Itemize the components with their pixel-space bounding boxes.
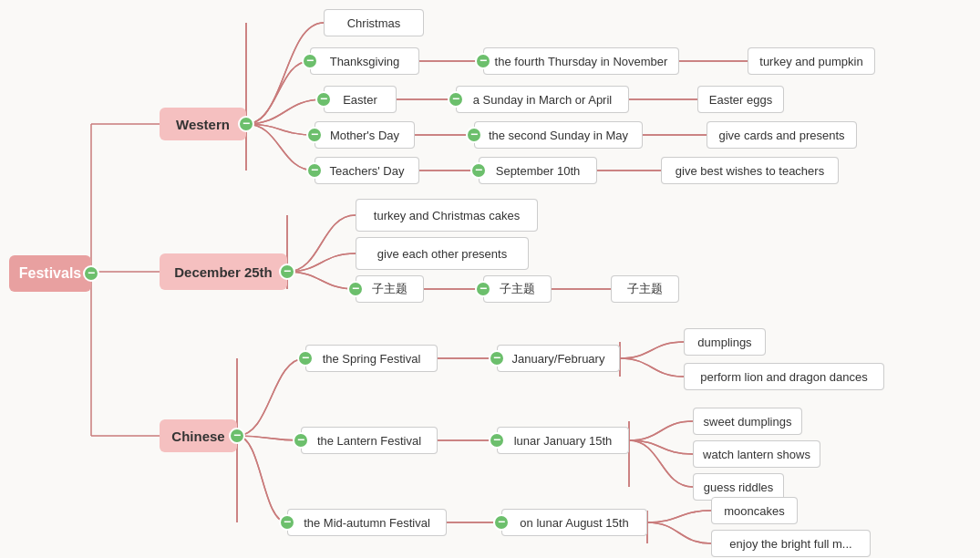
node-spring-date[interactable]: January/February <box>497 345 620 372</box>
node-dec25-custom[interactable]: give each other presents <box>356 237 529 270</box>
node-chinese[interactable]: Chinese <box>160 419 237 452</box>
node-western[interactable]: Western <box>160 108 246 140</box>
connector-spring-date-conn[interactable] <box>489 350 505 367</box>
connector-midautumn-date-conn[interactable] <box>493 514 510 531</box>
node-thanksgiving[interactable]: Thanksgiving <box>310 47 419 75</box>
node-midautumn-food[interactable]: mooncakes <box>711 497 798 524</box>
mindmap: FestivalsWesternChristmasThanksgivingthe… <box>0 0 980 558</box>
node-lantern[interactable]: the Lantern Festival <box>301 427 438 454</box>
connector-dec25-sub-conn[interactable] <box>347 281 364 297</box>
connector-dec25-sub2-conn[interactable] <box>475 281 491 297</box>
node-lantern-date[interactable]: lunar January 15th <box>497 427 629 454</box>
node-midautumn[interactable]: the Mid-autumn Festival <box>287 509 447 536</box>
node-spring-custom[interactable]: perform lion and dragon dances <box>684 363 884 390</box>
node-teachersday-date[interactable]: September 10th <box>479 157 597 184</box>
node-easter[interactable]: Easter <box>324 86 397 113</box>
node-dec25-sub2[interactable]: 子主题 <box>483 275 552 303</box>
connector-lantern-date-conn[interactable] <box>489 432 505 449</box>
connector-western-right[interactable] <box>238 116 254 132</box>
node-mothersday[interactable]: Mother's Day <box>315 121 415 149</box>
connector-easter-date-conn[interactable] <box>448 91 464 108</box>
connector-easter-conn[interactable] <box>315 91 332 108</box>
node-easter-custom[interactable]: Easter eggs <box>697 86 784 113</box>
connector-teachersday-date-conn[interactable] <box>470 162 487 179</box>
node-mothersday-date[interactable]: the second Sunday in May <box>474 121 643 149</box>
node-lantern-food[interactable]: sweet dumplings <box>693 408 802 435</box>
connector-midautumn-conn[interactable] <box>279 514 295 531</box>
node-thanksgiving-date[interactable]: the fourth Thursday in November <box>483 47 679 75</box>
connector-root[interactable] <box>83 265 99 282</box>
node-christmas[interactable]: Christmas <box>324 9 424 36</box>
node-dec25[interactable]: December 25th <box>160 253 287 290</box>
node-thanksgiving-food[interactable]: turkey and pumpkin <box>748 47 875 75</box>
node-spring-food[interactable]: dumplings <box>684 328 766 356</box>
connector-teachersday-conn[interactable] <box>306 162 323 179</box>
node-dec25-sub3[interactable]: 子主题 <box>611 275 679 303</box>
node-teachersday-custom[interactable]: give best wishes to teachers <box>661 157 839 184</box>
node-midautumn-date[interactable]: on lunar August 15th <box>501 509 647 536</box>
connector-dec25-right[interactable] <box>279 264 295 280</box>
connector-spring-conn[interactable] <box>297 350 314 367</box>
connector-thanksgiving-date-conn[interactable] <box>475 53 491 69</box>
node-root[interactable]: Festivals <box>9 255 91 292</box>
node-dec25-sub[interactable]: 子主题 <box>356 275 424 303</box>
connector-chinese-right[interactable] <box>229 428 245 444</box>
node-spring[interactable]: the Spring Festival <box>305 345 438 372</box>
connector-mothersday-conn[interactable] <box>306 127 323 143</box>
node-dec25-food[interactable]: turkey and Christmas cakes <box>356 199 538 232</box>
node-easter-date[interactable]: a Sunday in March or April <box>456 86 629 113</box>
connector-mothersday-date-conn[interactable] <box>466 127 482 143</box>
node-midautumn-custom[interactable]: enjoy the bright full m... <box>711 530 871 557</box>
connector-thanksgiving-conn[interactable] <box>302 53 318 69</box>
node-lantern-custom1[interactable]: watch lantern shows <box>693 440 820 468</box>
node-teachersday[interactable]: Teachers' Day <box>315 157 419 184</box>
connector-lantern-conn[interactable] <box>293 432 309 449</box>
node-mothersday-custom[interactable]: give cards and presents <box>707 121 857 149</box>
